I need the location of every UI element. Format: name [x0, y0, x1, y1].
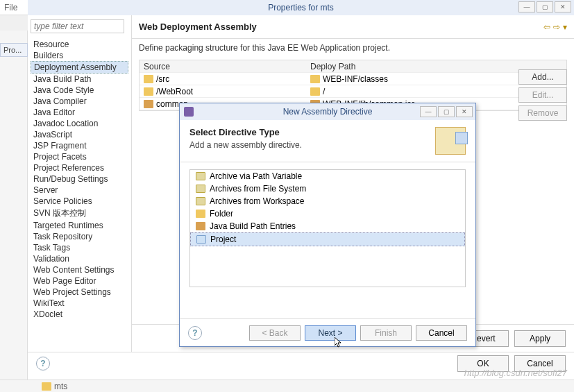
list-item[interactable]: Project — [190, 232, 465, 246]
nav-item-validation[interactable]: Validation — [31, 253, 128, 264]
source-cell: /src — [156, 74, 169, 84]
dialog-titlebar: Properties for mts — ▢ ✕ — [28, 0, 574, 15]
list-item-label: Folder — [210, 209, 233, 219]
list-item-label: Archive via Path Variable — [210, 171, 302, 181]
category-nav: ResourceBuildersDeployment AssemblyJava … — [28, 15, 132, 352]
next-button[interactable]: Next > — [305, 325, 356, 341]
inner-sub: Add a new assembly directive. — [189, 140, 302, 150]
nav-item-javascript[interactable]: JavaScript — [31, 129, 128, 140]
finish-button[interactable]: Finish — [360, 325, 412, 341]
filter-input[interactable] — [31, 19, 124, 33]
eclipse-icon — [184, 107, 194, 117]
close-button[interactable]: ✕ — [555, 1, 571, 12]
section-title: Web Deployment Assembly — [139, 22, 257, 32]
remove-button[interactable]: Remove — [518, 105, 567, 121]
source-cell: /WebRoot — [156, 87, 193, 96]
back-button[interactable]: < Back — [249, 325, 301, 341]
inner-cancel-button[interactable]: Cancel — [416, 325, 467, 341]
folder-icon — [196, 210, 205, 218]
add-button[interactable]: Add... — [518, 69, 567, 85]
list-item[interactable]: Java Build Path Entries — [190, 220, 465, 232]
list-item-label: Java Build Path Entries — [210, 221, 296, 231]
statusbar: mts — [0, 380, 574, 392]
help-icon[interactable]: ? — [36, 357, 50, 370]
minimize-button[interactable]: — — [518, 1, 535, 12]
list-item-label: Archives from Workspace — [210, 196, 304, 206]
archive-icon — [196, 185, 205, 193]
nav-item-service-policies[interactable]: Service Policies — [31, 196, 128, 207]
status-item: mts — [54, 382, 67, 391]
jar-icon — [144, 100, 153, 108]
inner-close-button[interactable]: ✕ — [456, 106, 473, 117]
nav-item-run-debug-settings[interactable]: Run/Debug Settings — [31, 173, 128, 185]
folder-icon — [144, 75, 153, 83]
nav-item-jsp-fragment[interactable]: JSP Fragment — [31, 140, 128, 151]
archive-icon — [196, 172, 205, 180]
new-assembly-directive-dialog: New Assembly Directive — ▢ ✕ Select Dire… — [179, 103, 476, 347]
directive-type-list[interactable]: Archive via Path VariableArchives from F… — [189, 169, 466, 287]
nav-item-task-repository[interactable]: Task Repository — [31, 231, 128, 242]
archive-icon — [196, 197, 205, 205]
list-item[interactable]: Archives from Workspace — [190, 195, 465, 207]
inner-titlebar: New Assembly Directive — ▢ ✕ — [180, 103, 475, 120]
list-item[interactable]: Folder — [190, 207, 465, 220]
deploy-cell: / — [323, 87, 325, 96]
left-dock — [0, 31, 28, 380]
folder-icon — [144, 87, 153, 96]
inner-minimize-button[interactable]: — — [420, 106, 437, 117]
nav-item-javadoc-location[interactable]: Javadoc Location — [31, 118, 128, 129]
nav-item-server[interactable]: Server — [31, 185, 128, 196]
maximize-button[interactable]: ▢ — [537, 1, 553, 12]
table-row[interactable]: /WebRoot/ — [140, 85, 566, 98]
inner-maximize-button[interactable]: ▢ — [438, 106, 455, 117]
nav-item-deployment-assembly[interactable]: Deployment Assembly — [31, 61, 128, 74]
nav-item-wikitext[interactable]: WikiText — [31, 298, 128, 309]
nav-item-task-tags[interactable]: Task Tags — [31, 242, 128, 253]
nav-item-resource[interactable]: Resource — [31, 39, 128, 50]
nav-item-web-project-settings[interactable]: Web Project Settings — [31, 287, 128, 298]
nav-item-web-content-settings[interactable]: Web Content Settings — [31, 264, 128, 275]
list-item[interactable]: Archives from File System — [190, 182, 465, 195]
project-icon — [42, 382, 51, 391]
dialog-title: Properties for mts — [268, 3, 334, 12]
edit-button[interactable]: Edit... — [518, 87, 567, 103]
nav-item-project-facets[interactable]: Project Facets — [31, 151, 128, 162]
nav-item-web-page-editor[interactable]: Web Page Editor — [31, 275, 128, 287]
inner-heading: Select Directive Type — [189, 127, 302, 137]
folder-icon — [310, 75, 320, 83]
nav-item-java-code-style[interactable]: Java Code Style — [31, 85, 128, 96]
nav-item-targeted-runtimes[interactable]: Targeted Runtimes — [31, 220, 128, 231]
project-explorer-tab[interactable]: Pro... — [0, 43, 28, 57]
deploy-cell: WEB-INF/classes — [323, 74, 388, 84]
proj-icon — [196, 235, 206, 244]
jar-icon — [196, 222, 205, 230]
nav-item-java-editor[interactable]: Java Editor — [31, 107, 128, 118]
nav-item-java-build-path[interactable]: Java Build Path — [31, 74, 128, 85]
forward-arrow-icon[interactable]: ⇨ — [553, 22, 560, 32]
nav-item-builders[interactable]: Builders — [31, 50, 128, 61]
table-row[interactable]: /srcWEB-INF/classes — [140, 73, 566, 85]
list-item[interactable]: Archive via Path Variable — [190, 170, 465, 182]
nav-item-xdoclet[interactable]: XDoclet — [31, 309, 128, 320]
col-source: Source — [140, 62, 306, 71]
menu-file[interactable]: File — [4, 3, 17, 12]
nav-item-java-compiler[interactable]: Java Compiler — [31, 96, 128, 107]
list-item-label: Project — [210, 235, 236, 244]
folder-icon — [310, 87, 320, 96]
back-arrow-icon[interactable]: ⇦ — [543, 22, 550, 32]
list-item-label: Archives from File System — [210, 184, 306, 194]
apply-button[interactable]: Apply — [514, 330, 566, 347]
wizard-banner-icon — [435, 127, 466, 155]
nav-item-project-references[interactable]: Project References — [31, 162, 128, 173]
watermark: http://blog.csdn.net/sofi27 — [464, 368, 567, 378]
dropdown-icon[interactable]: ▾ — [563, 22, 567, 32]
nav-item-svn-[interactable]: SVN 版本控制 — [31, 207, 128, 220]
section-desc: Define packaging structure for this Java… — [132, 39, 574, 57]
inner-title-text: New Assembly Directive — [283, 107, 373, 117]
inner-help-icon[interactable]: ? — [188, 326, 202, 340]
